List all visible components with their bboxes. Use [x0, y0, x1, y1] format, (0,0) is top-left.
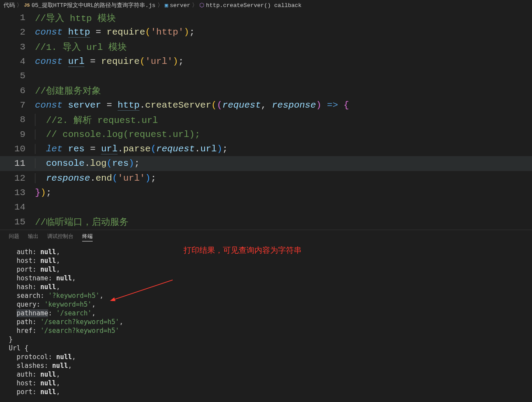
line-number: 12 [0, 173, 35, 183]
code-comment: //导入 http 模块 [35, 14, 116, 24]
panel-tabs: 问题 输出 调试控制台 终端 [0, 230, 532, 243]
line-number: 1 [0, 13, 35, 23]
tab-debug-console[interactable]: 调试控制台 [47, 232, 73, 241]
cube-icon: ⬡ [199, 2, 204, 9]
bottom-panel: 问题 输出 调试控制台 终端 auth: null, host: null, p… [0, 230, 532, 402]
highlighted-text: pathname [17, 309, 48, 317]
chevron-right-icon: 〉 [17, 1, 22, 9]
code-editor[interactable]: 1//导入 http 模块 2const http = require('htt… [0, 10, 532, 229]
line-number: 7 [0, 100, 35, 110]
line-number: 4 [0, 56, 35, 66]
breadcrumb-symbol[interactable]: server [170, 2, 190, 9]
breadcrumb-root[interactable]: 代码 [3, 1, 15, 9]
svg-line-0 [114, 280, 173, 300]
tab-output[interactable]: 输出 [28, 232, 38, 241]
terminal-output[interactable]: auth: null, host: null, port: null, host… [0, 243, 532, 396]
breadcrumb-file[interactable]: 05_提取HTTP报文中URL的路径与查询字符串.js [31, 1, 155, 9]
line-number: 5 [0, 71, 35, 81]
chevron-right-icon: 〉 [157, 1, 163, 9]
line-number: 6 [0, 86, 35, 96]
line-number: 15 [0, 217, 35, 227]
line-number: 11 [0, 158, 35, 168]
line-number: 10 [0, 144, 35, 154]
tab-problems[interactable]: 问题 [9, 232, 19, 241]
line-number: 8 [0, 115, 35, 125]
arrow-icon [109, 278, 175, 304]
breadcrumb-callback[interactable]: http.createServer() callback [206, 2, 301, 9]
line-number: 2 [0, 27, 35, 37]
annotation-text: 打印结果，可见查询内容为字符串 [184, 245, 302, 255]
line-number: 3 [0, 42, 35, 52]
symbol-icon: ▣ [165, 2, 168, 9]
chevron-right-icon: 〉 [192, 1, 198, 9]
line-number: 9 [0, 129, 35, 140]
tab-terminal[interactable]: 终端 [82, 232, 93, 241]
line-number: 14 [0, 202, 35, 212]
line-number: 13 [0, 188, 35, 198]
js-icon: JS [24, 3, 30, 8]
breadcrumb[interactable]: 代码 〉 JS 05_提取HTTP报文中URL的路径与查询字符串.js 〉 ▣ … [0, 0, 532, 10]
